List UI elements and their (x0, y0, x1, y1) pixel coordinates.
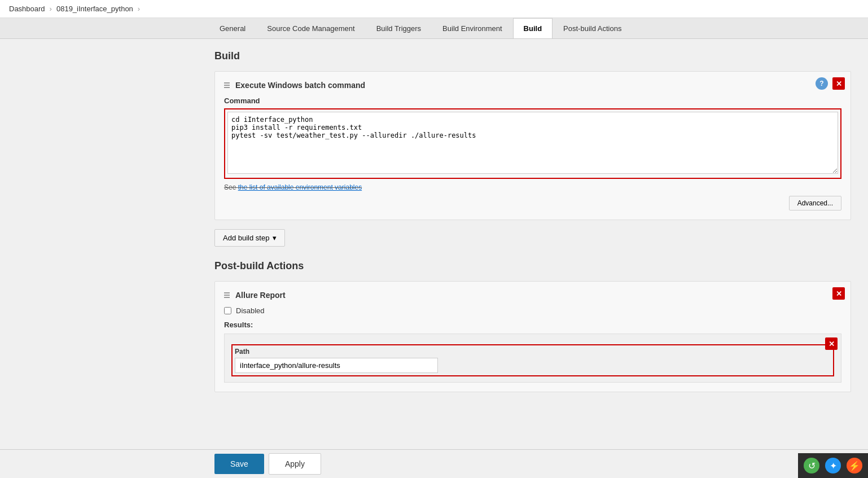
path-box: Path (231, 344, 834, 376)
breadcrumb-project[interactable]: 0819_iInterface_python (56, 5, 133, 13)
tab-environment[interactable]: Build Environment (432, 18, 513, 38)
allure-drag-handle[interactable] (224, 292, 230, 298)
tab-general[interactable]: General (209, 18, 256, 38)
close-build-card-button[interactable]: ✕ (832, 77, 845, 90)
main-content: Build ✕ ? Execute Windows batch command … (0, 39, 868, 472)
allure-card-title: Allure Report (235, 291, 286, 300)
add-step-label: Add build step (223, 234, 269, 242)
taskbar-icon-green[interactable]: ↺ (804, 458, 819, 472)
tab-triggers[interactable]: Build Triggers (366, 18, 432, 38)
add-step-arrow-icon: ▾ (273, 234, 277, 242)
taskbar-icon-bluetooth[interactable]: ✦ (825, 458, 841, 472)
build-card: ✕ ? Execute Windows batch command Comman… (214, 71, 851, 220)
breadcrumb-dashboard[interactable]: Dashboard (9, 5, 45, 13)
results-inner-card: ✕ Path (224, 334, 841, 383)
disabled-checkbox-row: Disabled (224, 306, 841, 315)
build-card-header: Execute Windows batch command (224, 81, 841, 90)
path-label: Path (235, 348, 831, 356)
build-card-title: Execute Windows batch command (235, 81, 365, 90)
allure-card-header: Allure Report (224, 291, 841, 300)
taskbar-icon-notify[interactable]: ⚡ (847, 458, 862, 472)
env-link-anchor[interactable]: the list of available environment variab… (238, 183, 362, 191)
command-textarea[interactable]: cd iInterface_python pip3 install -r req… (227, 112, 838, 174)
breadcrumb: Dashboard › 0819_iInterface_python › (0, 0, 868, 18)
tab-build[interactable]: Build (513, 18, 553, 38)
add-build-step-button[interactable]: Add build step ▾ (214, 229, 285, 247)
taskbar: ↺ ✦ ⚡ (798, 453, 868, 472)
disabled-checkbox[interactable] (224, 307, 231, 314)
env-link-prefix: See (224, 183, 238, 191)
bottom-toolbar: Save Apply (0, 449, 868, 472)
apply-button[interactable]: Apply (269, 453, 321, 472)
build-section-title: Build (214, 50, 851, 62)
disabled-label[interactable]: Disabled (236, 306, 265, 315)
results-label: Results: (224, 321, 841, 329)
close-allure-card-button[interactable]: ✕ (832, 287, 845, 300)
breadcrumb-sep-1: › (50, 5, 52, 13)
advanced-button[interactable]: Advanced... (789, 196, 841, 211)
advanced-row: Advanced... (224, 191, 841, 211)
breadcrumb-sep-2: › (138, 5, 140, 13)
command-field-label: Command (224, 97, 841, 105)
tab-post-build[interactable]: Post-build Actions (553, 18, 632, 38)
drag-handle[interactable] (224, 82, 230, 88)
command-box: cd iInterface_python pip3 install -r req… (224, 108, 841, 179)
path-input[interactable] (235, 358, 438, 373)
env-link-row: See the list of available environment va… (224, 183, 841, 191)
post-build-section-title: Post-build Actions (214, 260, 851, 272)
help-build-card-button[interactable]: ? (816, 77, 828, 90)
save-button[interactable]: Save (214, 454, 264, 472)
tab-scm[interactable]: Source Code Management (256, 18, 365, 38)
allure-report-card: ✕ Allure Report Disabled Results: ✕ Path (214, 281, 851, 392)
tab-bar: General Source Code Management Build Tri… (0, 18, 868, 39)
close-results-card-button[interactable]: ✕ (825, 337, 838, 350)
